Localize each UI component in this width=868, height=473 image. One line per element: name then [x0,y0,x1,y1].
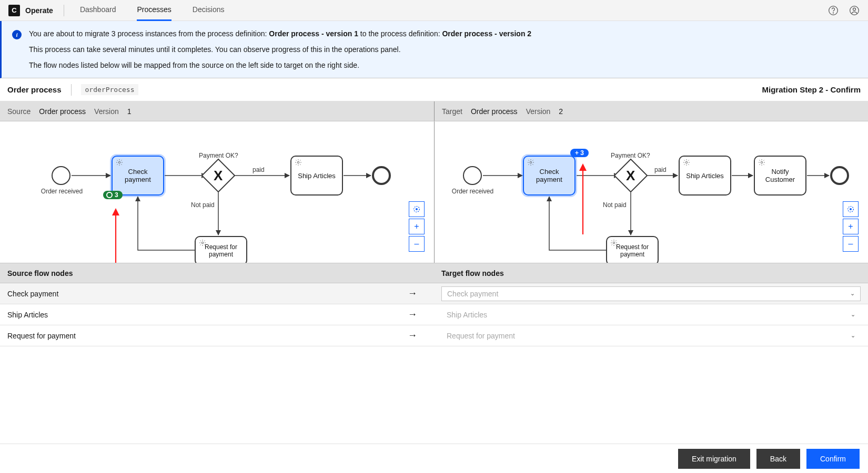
edge-notpaid-label: Not paid [603,201,627,209]
process-name: Order process [7,85,62,94]
source-node-label: Ship Articles [7,311,48,319]
arrow-right-icon: → [408,288,417,299]
migration-count-badge: + 3 [570,149,589,157]
task-check-payment[interactable]: Check payment [523,156,576,196]
confirm-button[interactable]: Confirm [806,449,860,469]
edge-paid-label: paid [253,166,265,173]
source-flow-nodes-header: Source flow nodes [0,263,434,283]
banner-line-3: The flow nodes listed below will be mapp… [29,61,531,69]
svg-point-9 [297,161,299,163]
annotation-arrow [578,163,588,234]
annotation-arrow [110,208,121,263]
source-diagram-header: Source Order process Version 1 [0,101,434,121]
gateway-x-icon: X [214,168,223,184]
mapping-row: Check payment → Check payment ⌄ [0,283,868,304]
source-diagram[interactable]: Order received Check payment 3 X Payment… [0,121,434,263]
nav-dashboard[interactable]: Dashboard [80,0,116,21]
arrow-right-icon: → [408,330,417,341]
zoom-reset-button[interactable] [409,201,425,217]
nav-processes[interactable]: Processes [137,0,171,21]
service-task-icon [527,159,534,166]
zoom-out-button[interactable]: – [409,236,425,252]
svg-point-19 [685,161,688,163]
service-task-icon [199,239,206,246]
service-task-icon [758,159,765,166]
start-event[interactable] [52,166,70,185]
user-icon[interactable] [849,5,860,16]
task-notify-customer[interactable]: NotifyCustomer [754,156,806,196]
gateway-label: Payment OK? [199,152,238,159]
svg-point-18 [530,161,532,163]
task-request-payment[interactable]: Request for payment [195,236,247,263]
edge-paid-label: paid [654,166,667,173]
task-ship-articles[interactable]: Ship Articles [679,156,731,196]
task-request-payment[interactable]: Request for payment [606,236,659,263]
migration-step-label: Migration Step 2 - Confirm [762,85,861,94]
arrow-right-icon: → [408,309,417,320]
target-diagram[interactable]: Order received Check payment + 3 X Payme… [434,121,868,263]
task-check-payment[interactable]: Check payment [112,156,164,196]
start-event-label: Order received [450,188,495,195]
app-logo: C [8,5,20,16]
svg-point-12 [416,209,418,210]
target-flow-nodes-header: Target flow nodes [434,263,868,283]
divider [71,84,72,96]
process-id: orderProcess [81,84,139,95]
info-banner: i You are about to migrate 3 process ins… [0,21,868,78]
service-task-icon [683,159,690,166]
target-node-select[interactable]: Request for payment ⌄ [441,332,861,340]
svg-point-0 [829,6,838,15]
svg-point-10 [201,242,204,244]
source-node-label: Request for payment [7,332,76,340]
zoom-out-button[interactable]: – [843,236,859,252]
source-node-label: Check payment [7,290,58,298]
zoom-in-button[interactable]: + [843,219,859,234]
svg-point-21 [613,242,615,244]
chevron-down-icon: ⌄ [851,311,855,318]
instance-count-badge: 3 [103,191,123,199]
help-icon[interactable] [828,5,839,16]
edge-notpaid-label: Not paid [191,201,215,209]
target-node-select[interactable]: Ship Articles ⌄ [441,311,861,319]
svg-point-23 [850,209,852,210]
chevron-down-icon: ⌄ [851,332,855,339]
nav-decisions[interactable]: Decisions [193,0,225,21]
exit-migration-button[interactable]: Exit migration [678,449,750,469]
service-task-icon [116,159,123,166]
zoom-reset-button[interactable] [843,201,859,217]
start-event[interactable] [463,166,482,185]
end-event[interactable] [830,166,849,185]
target-node-select[interactable]: Check payment ⌄ [441,286,861,301]
chevron-down-icon: ⌄ [850,290,855,297]
service-task-icon [295,159,302,166]
svg-point-3 [853,8,856,11]
gateway-x-icon: X [626,168,635,184]
service-task-icon [610,239,618,246]
banner-line-2: This process can take several minutes un… [29,45,531,54]
back-button[interactable]: Back [756,449,800,469]
svg-point-20 [761,161,763,163]
mapping-row: Ship Articles → Ship Articles ⌄ [0,304,868,325]
gateway-label: Payment OK? [611,152,650,159]
task-ship-articles[interactable]: Ship Articles [290,156,343,196]
svg-point-8 [118,161,120,163]
start-event-label: Order received [39,188,84,195]
banner-line-1: You are about to migrate 3 process insta… [29,29,531,38]
svg-point-1 [833,13,834,13]
divider [64,5,64,16]
end-event[interactable] [372,166,391,185]
target-diagram-header: Target Order process Version 2 [434,101,868,121]
info-icon: i [12,30,22,39]
zoom-in-button[interactable]: + [409,219,425,234]
app-name: Operate [25,6,53,15]
mapping-row: Request for payment → Request for paymen… [0,325,868,346]
